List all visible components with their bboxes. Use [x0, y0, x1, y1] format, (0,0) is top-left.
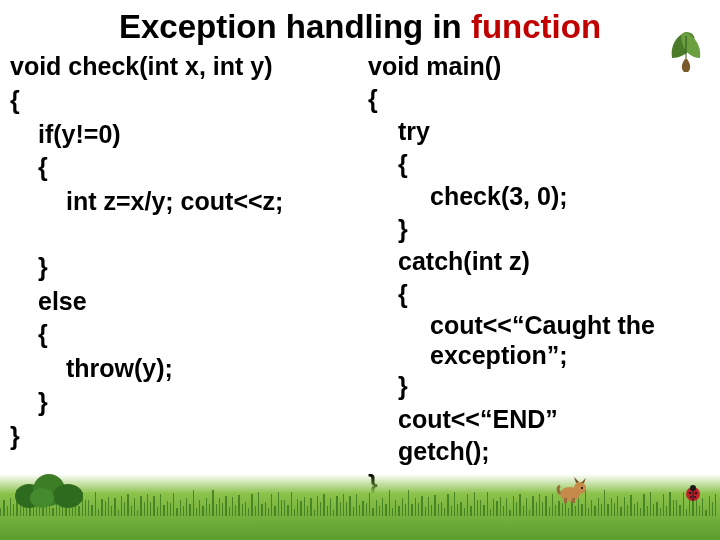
svg-point-8: [581, 487, 583, 489]
code-line: }: [10, 420, 362, 454]
code-line: {: [368, 83, 714, 116]
code-right: void main() { try { check(3, 0); } catch…: [362, 50, 714, 500]
svg-point-13: [690, 496, 692, 498]
slide: Exception handling in function void chec…: [0, 0, 720, 540]
slide-title: Exception handling in function: [0, 0, 720, 50]
ladybug-icon: [684, 484, 702, 502]
svg-point-2: [53, 484, 83, 508]
blank-line: [10, 219, 362, 251]
svg-point-12: [695, 492, 697, 494]
code-line: {: [368, 148, 714, 181]
title-accent: function: [471, 8, 601, 45]
title-text: Exception handling in: [119, 8, 471, 45]
svg-point-11: [689, 492, 691, 494]
code-left: void check(int x, int y) { if(y!=0) { in…: [10, 50, 362, 500]
code-line: cout<<“END”: [368, 403, 714, 436]
code-line: else: [10, 285, 362, 319]
content-columns: void check(int x, int y) { if(y!=0) { in…: [0, 50, 720, 500]
code-line: int z=x/y; cout<<z;: [10, 185, 362, 219]
svg-point-5: [574, 482, 586, 494]
code-line: }: [368, 213, 714, 246]
svg-point-3: [30, 488, 54, 508]
code-line: throw(y);: [10, 352, 362, 386]
code-line: catch(int z): [368, 245, 714, 278]
grass-blades: [0, 466, 720, 516]
leaf-icon: [662, 28, 710, 76]
code-line: }: [10, 251, 362, 285]
code-line: check(3, 0);: [368, 180, 714, 213]
code-line: if(y!=0): [10, 118, 362, 152]
code-line: {: [10, 151, 362, 185]
code-line: cout<<“Caught the exception”;: [368, 310, 714, 370]
code-line: }: [10, 386, 362, 420]
svg-point-14: [694, 496, 696, 498]
code-line: {: [10, 84, 362, 118]
bush-icon: [14, 468, 84, 508]
code-line: getch();: [368, 435, 714, 468]
code-line: {: [368, 278, 714, 311]
svg-rect-6: [564, 498, 567, 503]
code-line: }: [368, 370, 714, 403]
dog-icon: [556, 474, 590, 504]
code-line: void check(int x, int y): [10, 50, 362, 84]
svg-rect-7: [572, 498, 575, 503]
code-line: {: [10, 318, 362, 352]
code-line: try: [368, 115, 714, 148]
